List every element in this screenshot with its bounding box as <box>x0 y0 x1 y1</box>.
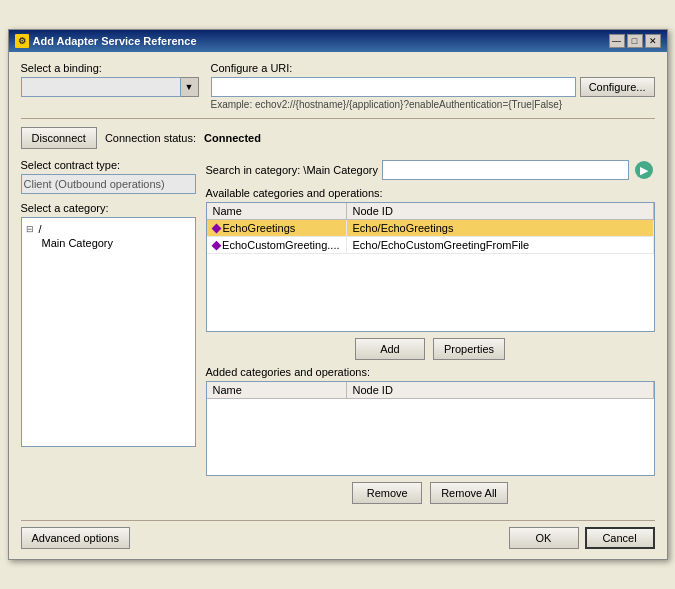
main-window: ⚙ Add Adapter Service Reference — □ ✕ Se… <box>8 29 668 560</box>
row1-nodeid-cell: Echo/EchoGreetings <box>347 220 654 236</box>
main-grid: Select contract type: Client (Outbound o… <box>21 159 655 510</box>
uri-row: echov2://lobhostname/lobapplication?enab… <box>211 77 655 97</box>
footer-bar: Advanced options OK Cancel <box>21 520 655 549</box>
top-config-row: Select a binding: echoAdapterBindingV2 ▼… <box>21 62 655 110</box>
row2-name-cell: EchoCustomGreeting.... <box>207 237 347 253</box>
titlebar-controls: — □ ✕ <box>609 34 661 48</box>
tree-main-label: Main Category <box>42 237 114 249</box>
status-prefix: Connection status: <box>105 132 196 144</box>
added-col-name: Name <box>207 382 347 398</box>
row1-name: EchoGreetings <box>223 222 296 234</box>
binding-select-wrapper: echoAdapterBindingV2 ▼ <box>21 77 199 97</box>
advanced-options-button[interactable]: Advanced options <box>21 527 130 549</box>
row1-nodeid: Echo/EchoGreetings <box>353 222 454 234</box>
contract-select-wrapper: Client (Outbound operations) Service (In… <box>21 174 196 194</box>
separator-1 <box>21 118 655 119</box>
left-panel: Select contract type: Client (Outbound o… <box>21 159 196 510</box>
window-title: Add Adapter Service Reference <box>33 35 197 47</box>
table-row[interactable]: EchoGreetings Echo/EchoGreetings <box>207 220 654 237</box>
binding-label: Select a binding: <box>21 62 199 74</box>
remove-row: Remove Remove All <box>206 482 655 504</box>
uri-group: Configure a URI: echov2://lobhostname/lo… <box>211 62 655 110</box>
row2-nodeid: Echo/EchoCustomGreetingFromFile <box>353 239 530 251</box>
status-bar: Disconnect Connection status: Connected <box>21 127 655 149</box>
row1-name-cell: EchoGreetings <box>207 220 347 236</box>
uri-input[interactable]: echov2://lobhostname/lobapplication?enab… <box>211 77 576 97</box>
disconnect-button[interactable]: Disconnect <box>21 127 97 149</box>
table-row[interactable]: EchoCustomGreeting.... Echo/EchoCustomGr… <box>207 237 654 254</box>
added-table[interactable]: Name Node ID <box>206 381 655 476</box>
added-col-nodeid: Node ID <box>347 382 654 398</box>
uri-label: Configure a URI: <box>211 62 655 74</box>
configure-button[interactable]: Configure... <box>580 77 655 97</box>
titlebar-left: ⚙ Add Adapter Service Reference <box>15 34 197 48</box>
category-label: Select a category: <box>21 202 196 214</box>
cancel-button[interactable]: Cancel <box>585 527 655 549</box>
uri-example: Example: echov2://{hostname}/{applicatio… <box>211 99 655 110</box>
search-label: Search in category: \Main Category <box>206 164 378 176</box>
remove-button[interactable]: Remove <box>352 482 422 504</box>
tree-root-label: / <box>39 223 42 235</box>
close-button[interactable]: ✕ <box>645 34 661 48</box>
dialog-content: Select a binding: echoAdapterBindingV2 ▼… <box>9 52 667 559</box>
operation-icon-1 <box>211 223 221 233</box>
right-panel: Search in category: \Main Category Greet… <box>206 159 655 510</box>
maximize-button[interactable]: □ <box>627 34 643 48</box>
connection-status: Connected <box>204 132 261 144</box>
available-label: Available categories and operations: <box>206 187 655 199</box>
search-button[interactable]: ▶ <box>633 159 655 181</box>
added-table-header: Name Node ID <box>207 382 654 399</box>
search-icon: ▶ <box>635 161 653 179</box>
added-label: Added categories and operations: <box>206 366 655 378</box>
tree-root[interactable]: ⊟ / <box>26 222 191 236</box>
remove-all-button[interactable]: Remove All <box>430 482 508 504</box>
operation-icon-2 <box>211 240 221 250</box>
action-row: Add Properties <box>206 338 655 360</box>
available-table[interactable]: Name Node ID EchoGreetings Echo/EchoGree… <box>206 202 655 332</box>
row2-name: EchoCustomGreeting.... <box>222 239 339 251</box>
binding-dropdown-arrow[interactable]: ▼ <box>181 77 199 97</box>
properties-button[interactable]: Properties <box>433 338 505 360</box>
available-col-nodeid: Node ID <box>347 203 654 219</box>
search-input[interactable]: Greeting <box>382 160 629 180</box>
contract-label: Select contract type: <box>21 159 196 171</box>
minimize-button[interactable]: — <box>609 34 625 48</box>
available-table-header: Name Node ID <box>207 203 654 220</box>
available-col-name: Name <box>207 203 347 219</box>
titlebar: ⚙ Add Adapter Service Reference — □ ✕ <box>9 30 667 52</box>
category-tree[interactable]: ⊟ / Main Category <box>21 217 196 447</box>
footer-right: OK Cancel <box>509 527 655 549</box>
contract-select[interactable]: Client (Outbound operations) Service (In… <box>21 174 196 194</box>
window-icon: ⚙ <box>15 34 29 48</box>
binding-input: echoAdapterBindingV2 <box>21 77 181 97</box>
binding-group: Select a binding: echoAdapterBindingV2 ▼ <box>21 62 199 97</box>
add-button[interactable]: Add <box>355 338 425 360</box>
tree-main-category[interactable]: Main Category <box>26 236 191 250</box>
search-row: Search in category: \Main Category Greet… <box>206 159 655 181</box>
row2-nodeid-cell: Echo/EchoCustomGreetingFromFile <box>347 237 654 253</box>
ok-button[interactable]: OK <box>509 527 579 549</box>
tree-toggle-root[interactable]: ⊟ <box>26 224 36 234</box>
